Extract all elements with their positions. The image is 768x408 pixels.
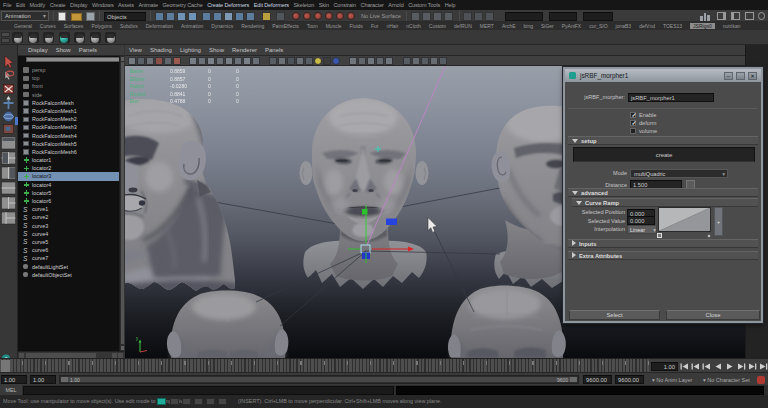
svg-text:0: 0: [236, 91, 239, 97]
svg-text:Rocket: Rocket: [130, 91, 146, 97]
svg-text:0: 0: [208, 91, 211, 97]
svg-text:0: 0: [236, 98, 239, 104]
svg-text:0: 0: [236, 68, 239, 74]
svg-text:0.8857: 0.8857: [170, 76, 186, 82]
svg-text:Ellipse: Ellipse: [130, 76, 145, 82]
svg-text:0: 0: [208, 76, 211, 82]
svg-text:Barter: Barter: [130, 68, 144, 74]
svg-text:-0.0280: -0.0280: [170, 83, 187, 89]
svg-text:0: 0: [236, 83, 239, 89]
svg-text:0.8859: 0.8859: [170, 68, 186, 74]
svg-text:Factor: Factor: [130, 83, 145, 89]
svg-text:0.8841: 0.8841: [170, 91, 186, 97]
svg-text:0: 0: [236, 76, 239, 82]
svg-text:0.4788: 0.4788: [170, 98, 186, 104]
svg-text:Env: Env: [130, 98, 139, 104]
svg-text:0: 0: [208, 68, 211, 74]
svg-text:0: 0: [208, 83, 211, 89]
svg-text:0: 0: [208, 98, 211, 104]
